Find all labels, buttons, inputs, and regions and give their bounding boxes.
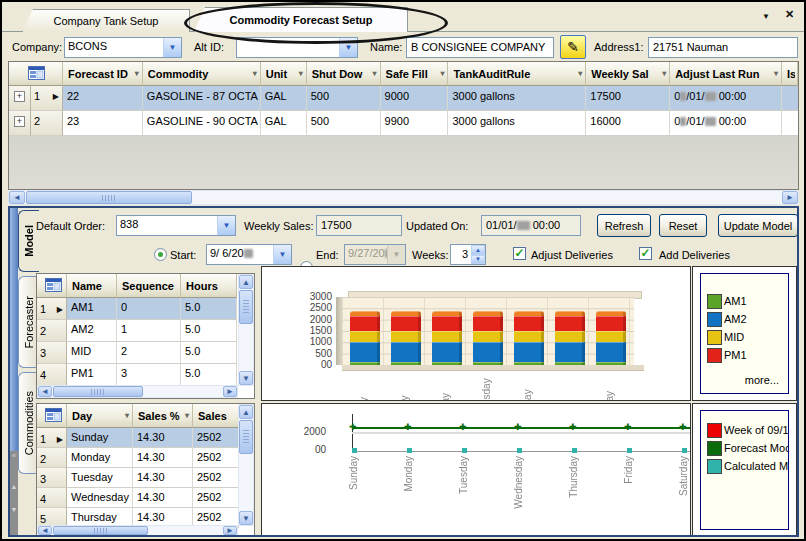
scroll-left-icon[interactable]: ◄	[38, 526, 52, 535]
column-header-adjust-last-run[interactable]: Adjust Last Run▾	[670, 62, 782, 86]
grid-selector-icon[interactable]	[45, 408, 62, 424]
weekly-sales-field[interactable]: 17500	[316, 215, 402, 236]
chevron-down-icon[interactable]: ▼	[273, 245, 291, 264]
y-axis-tick-label: 1500	[296, 325, 332, 336]
column-header-shut-dow[interactable]: Shut Dow▾	[307, 62, 381, 86]
tab-scroll-down-icon[interactable]: ▼	[10, 505, 18, 514]
column-header-forecast-id[interactable]: Forecast ID▾	[63, 62, 143, 86]
scroll-right-icon[interactable]: ►	[782, 191, 798, 204]
grid-selector-icon[interactable]	[45, 278, 62, 294]
scrollbar-thumb[interactable]	[53, 386, 143, 397]
column-header-sales[interactable]: Sales %▾	[133, 404, 193, 428]
window-menu-icon[interactable]: ▼	[762, 10, 770, 24]
grid-selector-cell[interactable]	[37, 274, 67, 298]
filter-arrow-icon[interactable]: ▾	[252, 69, 258, 78]
filter-arrow-icon[interactable]: ▾	[372, 69, 378, 78]
scrollbar-thumb[interactable]	[239, 290, 253, 324]
filter-arrow-icon[interactable]: ▾	[773, 69, 779, 78]
column-header-unit[interactable]: Unit▾	[261, 62, 307, 86]
legend-more-link[interactable]: more...	[745, 374, 779, 386]
weeks-spinner[interactable]: 3 ▲ ▼	[450, 244, 486, 265]
spinner-down-icon[interactable]: ▼	[471, 255, 485, 265]
day-grid-vscrollbar[interactable]: ▲ ▼	[238, 404, 254, 526]
table-row[interactable]: 1▶Sunday14.302502	[37, 428, 254, 448]
name-field[interactable]: B CONSIGNEE COMPANY	[406, 37, 554, 58]
column-header-name[interactable]: Name	[67, 274, 117, 298]
collapse-tabs-icon[interactable]: «	[10, 451, 18, 460]
bar-segment-am2	[350, 342, 380, 361]
start-date-picker[interactable]: 9/ 6/20 ▼	[206, 244, 292, 265]
filter-arrow-icon[interactable]: ▾	[298, 69, 304, 78]
filter-arrow-icon[interactable]: ▾	[134, 69, 140, 78]
table-row[interactable]: 3Tuesday14.302502	[37, 468, 254, 488]
column-header-hours[interactable]: Hours	[181, 274, 237, 298]
grid-horizontal-scrollbar[interactable]: ◄ ►	[8, 190, 799, 205]
table-row[interactable]: 4Wednesday14.302502	[37, 488, 254, 508]
table-row[interactable]: 3MID25.0	[37, 342, 254, 364]
expand-icon[interactable]: +	[14, 91, 25, 102]
grid-selector-cell[interactable]	[37, 404, 67, 428]
tab-commodity-forecast-setup[interactable]: Commodity Forecast Setup	[194, 7, 408, 32]
grid-selector-cell[interactable]	[9, 62, 63, 86]
table-row[interactable]: 1▶AM105.0	[37, 298, 254, 320]
scrollbar-thumb[interactable]	[26, 191, 192, 204]
table-row[interactable]: 2Monday14.302502	[37, 448, 254, 468]
filter-arrow-icon[interactable]: ▾	[439, 69, 445, 78]
refresh-button[interactable]: Refresh	[597, 214, 651, 237]
update-model-button[interactable]: Update Model	[718, 214, 798, 237]
add-deliveries-checkbox[interactable]: ✓	[639, 247, 652, 260]
scroll-down-icon[interactable]: ▼	[239, 371, 253, 385]
tab-company-tank-setup[interactable]: Company Tank Setup	[22, 9, 190, 32]
filter-arrow-icon[interactable]: ▾	[661, 69, 667, 78]
adjust-deliveries-checkbox[interactable]: ✓	[513, 247, 526, 260]
shift-grid-vscrollbar[interactable]: ▲ ▼	[238, 274, 254, 386]
grid-selector-icon[interactable]	[28, 66, 45, 82]
chevron-down-icon[interactable]: ▼	[163, 38, 181, 57]
table-row[interactable]: +1▶22GASOLINE - 87 OCTAGAL50090003000 ga…	[9, 86, 798, 111]
updated-on-field[interactable]: 01/01/ 00:00	[481, 215, 581, 236]
scroll-left-icon[interactable]: ◄	[9, 191, 25, 204]
default-order-combobox[interactable]: 838 ▼	[116, 215, 236, 236]
table-row[interactable]: 2AM215.0	[37, 320, 254, 342]
column-header-weekly-sal[interactable]: Weekly Sal▾	[586, 62, 670, 86]
start-radio[interactable]	[154, 248, 167, 261]
name-value: B CONSIGNEE COMPANY	[411, 41, 545, 53]
spinner-up-icon[interactable]: ▲	[471, 245, 485, 255]
column-header-commodity[interactable]: Commodity▾	[143, 62, 261, 86]
scroll-up-icon[interactable]: ▲	[239, 405, 253, 419]
scroll-left-icon[interactable]: ◄	[38, 386, 52, 397]
column-header-isn[interactable]: IsN	[782, 62, 798, 86]
scroll-right-icon[interactable]: ►	[223, 386, 237, 397]
table-row[interactable]: 4PM135.0	[37, 364, 254, 386]
close-icon[interactable]: ✕	[785, 7, 794, 21]
y-axis-tick-label: 1000	[296, 336, 332, 347]
scroll-down-icon[interactable]: ▼	[239, 511, 253, 525]
scroll-up-icon[interactable]: ▲	[239, 275, 253, 289]
panel-splitter[interactable]	[10, 208, 18, 451]
table-row[interactable]: +223GASOLINE - 90 OCTAGAL50099003000 gal…	[9, 111, 798, 136]
filter-arrow-icon[interactable]: ▾	[184, 411, 190, 420]
scrollbar-thumb[interactable]	[53, 526, 148, 535]
row-number: 4	[40, 491, 63, 505]
column-header-sequence[interactable]: Sequence	[117, 274, 181, 298]
column-header-safe-fill[interactable]: Safe Fill▾	[381, 62, 449, 86]
filter-arrow-icon[interactable]: ▾	[124, 411, 130, 420]
expand-icon[interactable]: +	[14, 116, 25, 127]
column-header-day[interactable]: Day▾	[67, 404, 133, 428]
chevron-down-icon[interactable]: ▼	[217, 216, 235, 235]
edit-button[interactable]: ✎	[560, 35, 586, 59]
shift-grid-hscrollbar[interactable]: ◄ ►	[37, 385, 238, 398]
scroll-right-icon[interactable]: ►	[223, 526, 237, 535]
filter-arrow-icon[interactable]: ▾	[577, 69, 583, 78]
chevron-down-icon[interactable]: ▼	[339, 38, 357, 57]
day-grid-hscrollbar[interactable]: ◄ ►	[37, 525, 238, 536]
column-header-sales[interactable]: Sales	[193, 404, 239, 428]
scrollbar-thumb[interactable]	[239, 420, 253, 454]
address1-field[interactable]: 21751 Nauman	[648, 37, 798, 58]
company-combobox[interactable]: BCONS ▼	[64, 37, 182, 58]
bar-segment-am1	[514, 362, 544, 365]
column-header-tankauditrule[interactable]: TankAuditRule▾	[448, 62, 586, 86]
tab-scroll-up-icon[interactable]: ▲	[10, 482, 18, 491]
reset-button[interactable]: Reset	[659, 214, 707, 237]
alt-id-combobox[interactable]: ▼	[236, 37, 358, 58]
